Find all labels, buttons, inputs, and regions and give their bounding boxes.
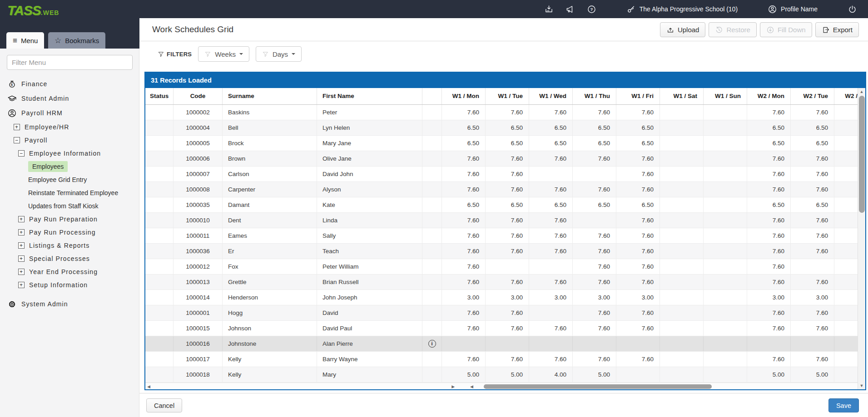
- schedule-value-cell[interactable]: 6.50: [486, 197, 529, 212]
- schedule-value-cell[interactable]: [704, 321, 747, 336]
- expand-icon[interactable]: +: [18, 242, 25, 249]
- schedule-value-cell[interactable]: [616, 367, 660, 382]
- column-header-surname[interactable]: Surname: [223, 88, 317, 104]
- help-icon[interactable]: ?: [587, 5, 596, 14]
- schedule-value-cell[interactable]: 6.50: [573, 136, 616, 151]
- schedule-value-cell[interactable]: [660, 167, 704, 182]
- schedule-value-cell[interactable]: 7.60: [573, 151, 616, 166]
- schedule-value-cell[interactable]: [704, 151, 747, 166]
- schedule-value-cell[interactable]: [660, 352, 704, 367]
- schedule-value-cell[interactable]: [660, 259, 704, 274]
- schedule-value-cell[interactable]: [834, 352, 858, 367]
- schedule-value-cell[interactable]: 7.60: [747, 244, 791, 259]
- schedule-value-cell[interactable]: 3.00: [747, 290, 791, 305]
- schedule-value-cell[interactable]: 7.60: [747, 305, 791, 320]
- sidebar-item-pay-run-preparation[interactable]: +Pay Run Preparation: [0, 212, 139, 226]
- column-header-w1-mon[interactable]: W1 / Mon: [442, 88, 486, 104]
- restore-button[interactable]: Restore: [709, 22, 757, 37]
- schedule-value-cell[interactable]: [834, 367, 858, 382]
- schedule-value-cell[interactable]: [660, 151, 704, 166]
- tab-bookmarks[interactable]: ☆ Bookmarks: [48, 32, 105, 49]
- schedule-value-cell[interactable]: 7.60: [616, 352, 660, 367]
- days-filter-dropdown[interactable]: Days: [256, 46, 302, 62]
- schedule-value-cell[interactable]: [704, 136, 747, 151]
- schedule-value-cell[interactable]: 7.60: [573, 305, 616, 320]
- schedule-value-cell[interactable]: 7.60: [486, 151, 529, 166]
- schedule-value-cell[interactable]: 7.60: [747, 259, 791, 274]
- column-header-w1-wed[interactable]: W1 / Wed: [529, 88, 573, 104]
- cancel-button[interactable]: Cancel: [146, 398, 182, 412]
- schedule-value-cell[interactable]: 7.60: [442, 259, 486, 274]
- schedule-value-cell[interactable]: [834, 120, 858, 135]
- upload-button[interactable]: Upload: [660, 22, 706, 37]
- column-header-first-name[interactable]: First Name: [317, 88, 422, 104]
- column-header-w1-sun[interactable]: W1 / Sun: [704, 88, 747, 104]
- schedule-value-cell[interactable]: 7.60: [747, 167, 791, 182]
- sidebar-item-pay-run-processing[interactable]: +Pay Run Processing: [0, 226, 139, 239]
- schedule-value-cell[interactable]: 7.60: [529, 244, 573, 259]
- column-header-code[interactable]: Code: [174, 88, 223, 104]
- tab-menu[interactable]: ≡ Menu: [6, 32, 44, 49]
- schedule-value-cell[interactable]: 7.60: [747, 182, 791, 197]
- schedule-value-cell[interactable]: [704, 197, 747, 212]
- schedule-value-cell[interactable]: [704, 352, 747, 367]
- schedule-value-cell[interactable]: [704, 244, 747, 259]
- schedule-value-cell[interactable]: 5.00: [442, 367, 486, 382]
- schedule-value-cell[interactable]: 7.60: [791, 151, 834, 166]
- horizontal-scrollbar[interactable]: ◀ ▶ ◀: [145, 383, 858, 389]
- schedule-value-cell[interactable]: 7.60: [791, 305, 834, 320]
- schedule-value-cell[interactable]: 7.60: [486, 352, 529, 367]
- schedule-value-cell[interactable]: [704, 290, 747, 305]
- schedule-value-cell[interactable]: [616, 336, 660, 351]
- school-selector[interactable]: The Alpha Progressive School (10): [626, 5, 738, 14]
- sidebar-item-employees[interactable]: Employees: [0, 160, 139, 173]
- schedule-value-cell[interactable]: [660, 336, 704, 351]
- scroll-right-icon[interactable]: ▶: [451, 384, 455, 389]
- sidebar-item-system-admin[interactable]: System Admin: [0, 297, 139, 311]
- schedule-value-cell[interactable]: [704, 336, 747, 351]
- schedule-value-cell[interactable]: [704, 120, 747, 135]
- column-header-info[interactable]: [422, 88, 442, 104]
- schedule-value-cell[interactable]: [834, 336, 858, 351]
- schedule-value-cell[interactable]: 6.50: [529, 197, 573, 212]
- column-header-w1-thu[interactable]: W1 / Thu: [573, 88, 616, 104]
- column-header-w2-tue[interactable]: W2 / Tue: [791, 88, 834, 104]
- column-header-w1-tue[interactable]: W1 / Tue: [486, 88, 529, 104]
- schedule-value-cell[interactable]: 7.60: [486, 105, 529, 120]
- schedule-value-cell[interactable]: 7.60: [616, 182, 660, 197]
- schedule-value-cell[interactable]: [834, 151, 858, 166]
- sidebar-item-listings-reports[interactable]: +Listings & Reports: [0, 239, 139, 252]
- sidebar-item-finance[interactable]: $Finance: [0, 77, 139, 91]
- schedule-value-cell[interactable]: 7.60: [791, 352, 834, 367]
- schedule-value-cell[interactable]: 7.60: [747, 151, 791, 166]
- schedule-value-cell[interactable]: 7.60: [529, 213, 573, 228]
- schedule-value-cell[interactable]: 7.60: [747, 352, 791, 367]
- schedule-value-cell[interactable]: [704, 228, 747, 243]
- schedule-value-cell[interactable]: 7.60: [486, 228, 529, 243]
- schedule-value-cell[interactable]: 6.50: [486, 136, 529, 151]
- schedule-value-cell[interactable]: 6.50: [486, 120, 529, 135]
- schedule-value-cell[interactable]: 3.00: [529, 290, 573, 305]
- expand-icon[interactable]: +: [18, 282, 25, 288]
- schedule-value-cell[interactable]: 5.00: [486, 367, 529, 382]
- grid-row-1000006[interactable]: 1000006BrownOlive Jane7.607.607.607.607.…: [145, 151, 858, 167]
- expand-icon[interactable]: +: [18, 269, 25, 275]
- sidebar-item-employee-grid-entry[interactable]: Employee Grid Entry: [0, 173, 139, 186]
- schedule-value-cell[interactable]: 6.50: [442, 120, 486, 135]
- grid-row-1000012[interactable]: 1000012FoxPeter William7.607.607.607.60: [145, 259, 858, 275]
- grid-row-1000018[interactable]: 1000018KellyMary5.005.004.005.005.005.00: [145, 367, 858, 383]
- scroll-left-icon[interactable]: ◀: [147, 384, 150, 389]
- save-button[interactable]: Save: [828, 398, 859, 412]
- schedule-value-cell[interactable]: 7.60: [442, 275, 486, 289]
- sidebar-item-updates-from-staff-kiosk[interactable]: Updates from Staff Kiosk: [0, 199, 139, 212]
- schedule-value-cell[interactable]: 7.60: [529, 321, 573, 336]
- schedule-value-cell[interactable]: 5.00: [747, 367, 791, 382]
- schedule-value-cell[interactable]: 7.60: [442, 167, 486, 182]
- grid-row-1000015[interactable]: 1000015JohnsonDavid Paul7.607.607.607.60…: [145, 321, 858, 336]
- schedule-value-cell[interactable]: [834, 244, 858, 259]
- schedule-value-cell[interactable]: 7.60: [486, 213, 529, 228]
- schedule-value-cell[interactable]: 7.60: [616, 105, 660, 120]
- export-button[interactable]: Export: [815, 22, 859, 37]
- schedule-value-cell[interactable]: 7.60: [573, 244, 616, 259]
- schedule-value-cell[interactable]: 6.50: [791, 136, 834, 151]
